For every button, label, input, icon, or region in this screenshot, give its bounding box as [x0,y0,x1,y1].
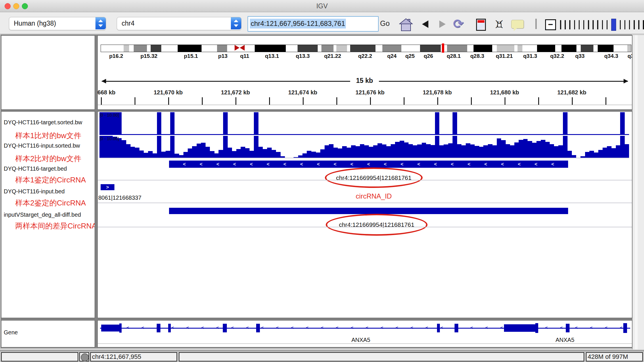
coverage-bar [122,140,126,158]
cytoband-label: q33 [575,53,585,59]
coverage-bar [572,155,576,158]
bed-feature-input[interactable]: > [101,184,114,190]
track-name-label[interactable]: inputVStarget_deg_all-diff.bed [4,212,81,218]
track-name-label[interactable]: 样本2鉴定的CircRNA [15,198,86,208]
exon-block[interactable] [101,325,119,331]
coverage-bar [439,145,444,158]
chromosome-ideogram[interactable] [101,45,631,52]
cytoband-label: p15.32 [140,53,157,59]
zoom-slider-thumb[interactable] [611,19,616,31]
workspace: 15 kb p16.2p15.32p15.1p13q11q13.1q13.3q2… [0,34,644,350]
zoom-out-button[interactable]: − [545,19,556,30]
strand-arrow-icon: < [485,325,488,330]
exon-block[interactable] [223,324,227,332]
bed-feature-target[interactable]: <<<<<<<<<<<<<<<<<<<<<<< [169,161,568,168]
coverage-bar [413,145,417,158]
locus-input[interactable]: chr4:121,667,956-121,683,761 [248,16,379,32]
tooltip-popup-icon[interactable] [511,20,524,28]
track-name-label[interactable]: 两样本间的差异CircRNA [15,221,95,231]
coverage-track-target[interactable] [99,112,629,134]
exon-block[interactable] [535,323,538,333]
track-name-label[interactable]: 样本2比对的bw文件 [15,154,81,164]
ruler-panel[interactable]: 15 kb p16.2p15.32p15.1p13q11q13.1q13.3q2… [97,35,632,110]
cytoband-label: q26 [424,53,433,59]
chromosome-select[interactable]: chr4 [117,17,241,30]
cytoband-label: q34.3 [604,53,618,59]
zoom-slider-tick [560,20,561,29]
exon-block[interactable] [168,324,171,332]
coverage-bar [170,136,175,158]
cytoband [202,45,217,52]
cytoband [576,45,581,52]
coverage-bar [175,154,179,158]
coverage-bar [483,145,488,158]
stepper-icon[interactable] [95,17,106,29]
track-name-label[interactable]: 样本1比对的bw文件 [15,131,81,141]
scroll-gutter[interactable] [632,35,644,349]
track-name-label[interactable]: DYQ-HCT116-target.sorted.bw [4,119,82,126]
coverage-bar [453,112,457,134]
exon-block[interactable] [455,324,458,332]
coverage-bar [139,150,144,158]
coverage-bar [157,112,162,134]
coverage-bar [417,144,422,158]
track-separator [98,343,632,344]
coverage-track-input[interactable] [99,136,629,158]
annotation-ellipse-2: chr4:121669954|121681761 [326,214,428,236]
strand-arrow-icon: < [300,162,303,167]
fit-to-window-icon[interactable]: ↘↙ ↗↖ [493,19,505,31]
strand-arrow-icon: < [334,162,336,167]
coverage-bar [532,143,536,158]
tracks-panel[interactable]: [0 - 10.00] [0 - 10.00] <<<<<<<<<<<<<<<<… [97,111,632,318]
ruler-tick [336,97,337,105]
strand-arrow-icon: < [400,162,403,167]
gene-name-label: ANXA5 [555,337,574,343]
strand-arrow-icon: < [267,162,269,167]
coverage-bar [329,144,334,158]
zoom-slider[interactable] [560,19,644,31]
coverage-bar [620,112,625,134]
coverage-bar [519,140,523,158]
track-name-label[interactable]: DYQ-HCT116-target.bed [4,165,67,172]
track-name-label[interactable]: DYQ-HCT116-input.bed [4,188,65,195]
stepper-icon[interactable] [231,17,241,29]
status-memory[interactable]: 428M of 997M [586,352,643,361]
exon-block[interactable] [566,324,570,332]
coverage-bar [250,151,254,158]
back-icon[interactable] [422,20,428,28]
strand-arrow-icon: < [216,162,219,167]
cytoband [124,45,129,52]
exon-block[interactable] [437,324,440,332]
gene-name-panel: Gene [1,320,95,348]
go-button[interactable]: Go [380,16,390,31]
exon-block[interactable] [157,324,160,332]
exon-block[interactable] [504,324,537,332]
genome-select[interactable]: Human (hg38) [9,17,106,30]
exon-block[interactable] [623,323,627,333]
coverage-bar [272,150,276,158]
home-icon[interactable] [399,18,413,31]
refresh-icon[interactable]: ⟳ [453,16,464,31]
track-name-label[interactable]: DYQ-HCT116-input.sorted.bw [4,142,80,149]
region-of-interest-icon[interactable] [476,19,486,31]
cytoband [255,45,286,52]
strand-arrow-icon: < [216,325,219,330]
coverage-bar [117,138,122,158]
track-name-label[interactable]: 样本1鉴定的CircRNA [15,175,86,185]
exon-block[interactable] [119,323,122,333]
ruler-bottom-strip [98,105,632,108]
strand-arrow-icon: < [200,162,203,167]
circ-rna-id-annotation: circRNA_ID [356,192,392,200]
track-name-panel[interactable]: DYQ-HCT116-target.sorted.bw样本1比对的bw文件DYQ… [1,111,95,318]
cytoband [134,45,147,52]
gene-track-panel[interactable]: <<<<<<<<<<<<<<<<<<<<<<<<<<<<<<<<<<ANXA5A… [97,320,632,348]
strand-arrow-icon: < [417,162,420,167]
bed-feature-diff[interactable] [169,208,568,214]
ruler-tick-label: 121,678 kb [423,89,452,96]
cytoband [129,45,134,52]
coverage-bar [541,140,545,158]
coverage-bar [510,145,515,158]
coverage-bar [258,147,263,158]
strand-arrow-icon: < [233,162,236,167]
exon-block[interactable] [256,324,260,332]
